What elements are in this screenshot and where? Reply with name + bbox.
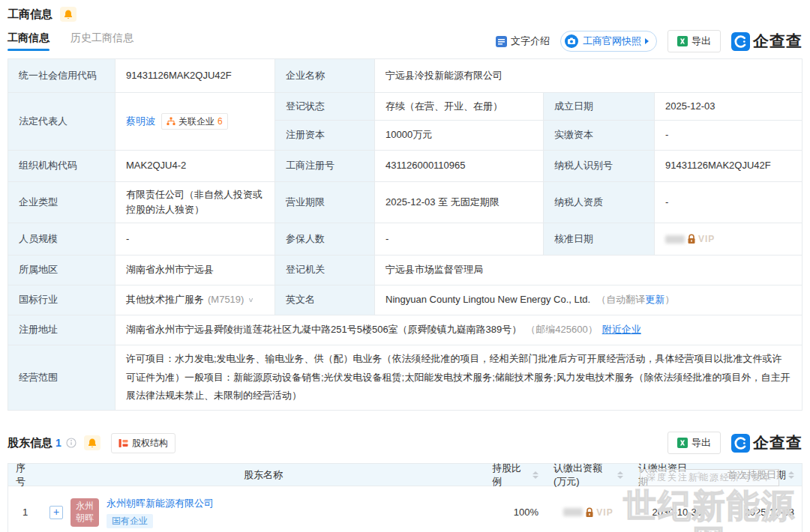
- avatar-text: 朝晖: [76, 513, 94, 525]
- field-value: -: [655, 121, 802, 151]
- row-subscribe-date: 2030-10-30: [631, 486, 710, 532]
- excel-icon: [677, 438, 688, 448]
- col-header-amount[interactable]: 认缴出资额(万元): [546, 464, 631, 486]
- field-label: 企业名称: [275, 59, 375, 93]
- qichacha-logo[interactable]: 企查查: [731, 432, 802, 453]
- export-button[interactable]: 导出: [668, 30, 721, 52]
- sort-icon[interactable]: [696, 471, 702, 479]
- vip-label: VIP: [698, 232, 715, 247]
- field-value: 湖南省永州市宁远县: [116, 256, 275, 285]
- field-value: 宁远县泠投新能源有限公司: [375, 59, 802, 93]
- tab-actions: 文字介绍 工商官网快照 导出 企查查: [496, 30, 802, 52]
- shareholder-name-link[interactable]: 永州朝晖新能源有限公司: [106, 497, 214, 510]
- shareholder-title: 股东信息: [8, 436, 52, 450]
- field-value: 存续（在营、开业、在册）: [375, 93, 544, 121]
- legal-rep-cell: 蔡明波 关联企业 6: [116, 93, 275, 151]
- shareholder-table: 序号 股东名称 持股比例 认缴出资额(万元) 认缴出资日期 首次持股日期 1 +: [8, 463, 802, 532]
- col-header-first-date[interactable]: 首次持股日期: [710, 464, 802, 486]
- industry-cell: 其他技术推广服务 (M7519) ∨: [116, 285, 275, 315]
- tabbar: 工商信息 历史工商信息 文字介绍 工商官网快照 导出: [8, 30, 802, 52]
- translate-refresh-link[interactable]: 更新: [645, 292, 664, 307]
- col-header-amount-label: 认缴出资额(万元): [554, 462, 615, 489]
- sort-icon[interactable]: [788, 471, 794, 479]
- col-header-index: 序号: [8, 464, 42, 486]
- qichacha-logo[interactable]: 企查查: [731, 31, 802, 52]
- field-label: 企业类型: [8, 182, 116, 223]
- locked-value[interactable]: VIP: [665, 232, 715, 247]
- document-icon: [496, 36, 507, 47]
- blurred-value: [563, 508, 583, 516]
- col-header-name: 股东名称: [42, 464, 484, 486]
- english-name-value: Ningyuan County Lingtou New Energy Co., …: [386, 292, 590, 307]
- legal-rep-link[interactable]: 蔡明波: [126, 114, 155, 129]
- field-value: MAK2QJU4-2: [116, 151, 275, 182]
- related-companies-label: 关联企业: [178, 115, 214, 129]
- expand-button[interactable]: +: [50, 506, 63, 519]
- business-info-table: 统一社会信用代码 91431126MAK2QJU42F 企业名称 宁远县泠投新能…: [8, 58, 802, 411]
- related-companies-count: 6: [218, 115, 223, 129]
- business-scope-value: 许可项目：水力发电;发电业务、输电业务、供（配）电业务（依法须经批准的项目，经相…: [116, 345, 802, 411]
- tab-history-business-info[interactable]: 历史工商信息: [70, 31, 134, 51]
- field-label: 经营范围: [8, 345, 116, 411]
- tab-business-info[interactable]: 工商信息: [8, 31, 50, 51]
- field-label: 国标行业: [8, 285, 116, 315]
- bell-icon: [64, 10, 73, 19]
- field-value: 431126000110965: [375, 151, 544, 182]
- col-header-ratio-label: 持股比例: [492, 462, 530, 489]
- field-value: 2025-12-03: [655, 93, 802, 121]
- field-value: -: [375, 223, 544, 256]
- equity-structure-icon: [118, 438, 128, 448]
- shareholder-avatar: 永州 朝晖: [70, 498, 99, 527]
- field-label: 注册地址: [8, 315, 116, 345]
- field-label: 成立日期: [544, 93, 655, 121]
- info-icon[interactable]: [66, 438, 76, 448]
- row-first-date: 2025-12-03: [710, 486, 802, 532]
- field-label: 参保人数: [275, 223, 375, 256]
- sort-icon[interactable]: [532, 471, 538, 479]
- col-header-ratio[interactable]: 持股比例: [484, 464, 546, 486]
- notify-bell-button[interactable]: [60, 7, 76, 22]
- export-label: 导出: [692, 34, 711, 48]
- official-snapshot-button[interactable]: 工商官网快照: [560, 31, 657, 52]
- bell-icon: [88, 438, 97, 448]
- shareholder-export-button[interactable]: 导出: [668, 432, 721, 454]
- row-amount-locked: VIP: [546, 486, 631, 532]
- shareholder-export-label: 导出: [692, 436, 711, 450]
- section-title: 工商信息: [8, 7, 52, 22]
- lock-icon: [585, 507, 594, 518]
- equity-structure-button[interactable]: 股权结构: [111, 433, 176, 453]
- avatar-text: 永州: [76, 501, 94, 513]
- col-header-subscribe-date[interactable]: 认缴出资日期: [631, 464, 710, 486]
- qichacha-logo-text: 企查查: [753, 432, 802, 453]
- equity-structure-label: 股权结构: [132, 437, 168, 450]
- blurred-value: [665, 235, 685, 244]
- field-label: 统一社会信用代码: [8, 59, 116, 93]
- chevron-down-icon[interactable]: ∨: [248, 295, 254, 306]
- shareholder-bell-button[interactable]: [84, 435, 100, 450]
- qichacha-logo-icon: [731, 32, 750, 51]
- field-value: -: [116, 223, 275, 256]
- field-label: 英文名: [275, 285, 375, 315]
- field-label: 实缴资本: [544, 121, 655, 151]
- row-index: 1: [8, 486, 42, 532]
- field-label: 所属地区: [8, 256, 116, 285]
- row-ratio: 100%: [484, 486, 546, 532]
- related-companies-badge[interactable]: 关联企业 6: [161, 113, 228, 130]
- business-info-page: 工商信息 工商信息 历史工商信息 文字介绍 工商官网快照: [0, 0, 810, 532]
- approval-date-locked-cell: VIP: [655, 223, 802, 256]
- industry-code: (M7519): [208, 292, 244, 307]
- shareholder-table-wrap: 序号 股东名称 持股比例 认缴出资额(万元) 认缴出资日期 首次持股日期 1 +: [8, 463, 802, 532]
- nearby-companies-link[interactable]: 附近企业: [602, 322, 641, 337]
- sort-icon[interactable]: [617, 471, 623, 479]
- industry-value: 其他技术推广服务: [126, 292, 204, 307]
- shareholder-section-header: 股东信息 1 股权结构 导出: [8, 432, 802, 454]
- field-value: 91431126MAK2QJU42F: [116, 59, 275, 93]
- field-value: 宁远县市场监督管理局: [375, 256, 802, 285]
- shareholder-row: + 永州 朝晖 永州朝晖新能源有限公司 国有企业: [42, 486, 484, 532]
- field-label: 注册资本: [275, 121, 375, 151]
- text-intro-button[interactable]: 文字介绍: [496, 34, 550, 48]
- locked-value[interactable]: VIP: [563, 507, 613, 518]
- caret-right-icon: [645, 38, 649, 44]
- state-owned-tag[interactable]: 国有企业: [106, 514, 153, 528]
- field-value: 2025-12-03 至 无固定期限: [375, 182, 544, 223]
